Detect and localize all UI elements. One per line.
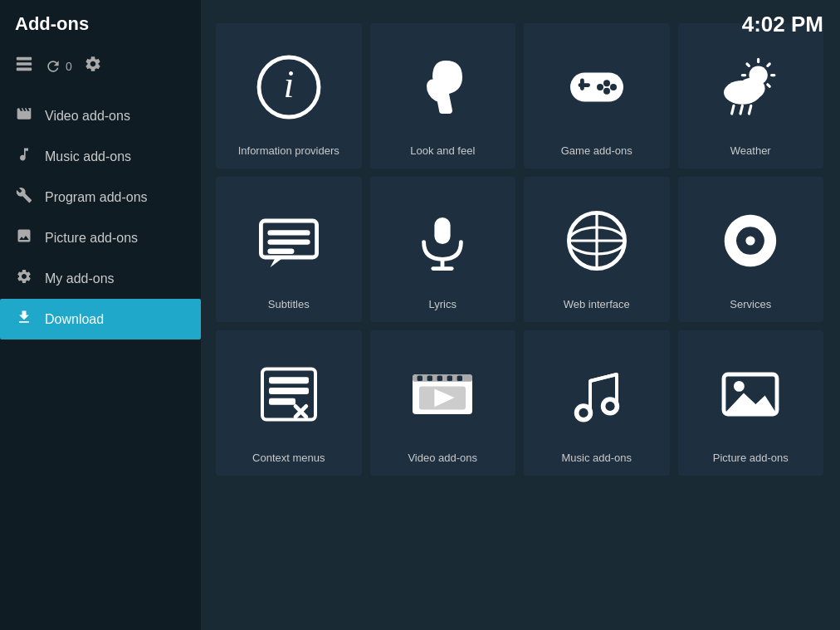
svg-point-60 xyxy=(605,402,614,411)
svg-rect-29 xyxy=(267,249,294,254)
my-addons-icon xyxy=(15,268,33,289)
svg-rect-2 xyxy=(17,68,32,71)
svg-line-18 xyxy=(747,64,749,66)
sidebar-item-my-addons[interactable]: My add-ons xyxy=(0,258,201,299)
grid-item-label-lyrics: Lyrics xyxy=(429,298,457,310)
svg-text:i: i xyxy=(283,63,294,105)
grid-item-services[interactable]: Services xyxy=(678,177,824,322)
video-addons-grid-icon xyxy=(409,345,476,443)
svg-line-25 xyxy=(750,105,751,114)
svg-rect-52 xyxy=(447,376,452,381)
settings-icon[interactable] xyxy=(84,55,102,77)
sidebar-label-my-addons: My add-ons xyxy=(45,271,115,286)
svg-line-24 xyxy=(740,105,742,114)
svg-line-19 xyxy=(768,85,769,86)
svg-rect-0 xyxy=(17,57,32,61)
services-icon xyxy=(717,192,784,290)
subtitles-icon xyxy=(256,192,322,290)
grid-item-web-interface[interactable]: Web interface xyxy=(524,177,670,322)
program-addons-icon xyxy=(15,187,33,208)
grid-item-video-addons[interactable]: Video add-ons xyxy=(370,330,516,476)
svg-rect-50 xyxy=(427,376,432,381)
refresh-count: 0 xyxy=(66,60,72,73)
grid-item-label-music-addons: Music add-ons xyxy=(561,452,632,464)
grid-item-look-and-feel[interactable]: Look and feel xyxy=(370,23,516,168)
refresh-button[interactable]: 0 xyxy=(45,58,72,75)
music-addons-icon xyxy=(15,146,33,167)
sidebar-toolbar: 0 xyxy=(15,48,186,87)
sidebar-nav: Video add-ons Music add-ons Program add-… xyxy=(0,95,201,630)
sidebar-label-picture-addons: Picture add-ons xyxy=(45,231,138,246)
picture-addons-icon xyxy=(15,227,33,248)
svg-point-39 xyxy=(746,236,755,245)
sidebar-label-music-addons: Music add-ons xyxy=(45,149,131,164)
svg-point-10 xyxy=(610,84,617,90)
game-addons-icon xyxy=(564,38,630,136)
video-addons-icon xyxy=(15,105,33,126)
grid-item-weather[interactable]: Weather xyxy=(678,23,824,168)
svg-line-23 xyxy=(732,105,734,114)
grid-item-label-picture-addons: Picture add-ons xyxy=(713,452,789,464)
sidebar-label-program-addons: Program add-ons xyxy=(45,190,148,205)
svg-point-11 xyxy=(603,88,610,95)
context-menus-icon xyxy=(256,345,322,443)
grid-item-information-providers[interactable]: i Information providers xyxy=(216,23,362,168)
sidebar-header: Add-ons 0 xyxy=(0,0,201,95)
grid-item-subtitles[interactable]: Subtitles xyxy=(216,177,362,322)
grid-item-picture-addons[interactable]: Picture add-ons xyxy=(678,330,824,476)
sidebar-item-program-addons[interactable]: Program add-ons xyxy=(0,177,201,217)
sidebar-item-picture-addons[interactable]: Picture add-ons xyxy=(0,217,201,258)
lyrics-icon xyxy=(409,192,476,290)
svg-line-56 xyxy=(590,374,617,381)
svg-point-62 xyxy=(734,381,745,392)
information-providers-icon: i xyxy=(256,38,322,136)
grid-item-label-services: Services xyxy=(730,298,771,310)
sidebar: Add-ons 0 xyxy=(0,0,201,630)
page-title: Add-ons xyxy=(15,13,186,35)
svg-rect-1 xyxy=(17,62,32,66)
svg-rect-8 xyxy=(580,79,584,90)
sidebar-label-video-addons: Video add-ons xyxy=(45,109,130,124)
web-interface-icon xyxy=(564,192,630,290)
look-and-feel-icon xyxy=(409,38,476,136)
svg-marker-63 xyxy=(724,393,777,414)
grid-item-label-game-addons: Game add-ons xyxy=(561,144,632,157)
grid-item-label-look-and-feel: Look and feel xyxy=(410,144,475,157)
sidebar-item-download[interactable]: Download xyxy=(0,299,201,339)
svg-rect-43 xyxy=(269,398,295,405)
download-icon xyxy=(15,309,33,330)
sidebar-item-video-addons[interactable]: Video add-ons xyxy=(0,95,201,136)
picture-addons-grid-icon xyxy=(717,345,784,443)
svg-rect-53 xyxy=(457,376,462,381)
grid-item-label-weather: Weather xyxy=(730,144,771,157)
svg-rect-49 xyxy=(418,376,422,381)
sidebar-label-download: Download xyxy=(45,312,104,327)
svg-point-59 xyxy=(579,408,588,418)
svg-point-22 xyxy=(739,78,765,100)
grid-item-game-addons[interactable]: Game add-ons xyxy=(524,23,670,168)
grid-item-label-subtitles: Subtitles xyxy=(268,298,310,310)
stack-icon[interactable] xyxy=(15,55,33,77)
grid-item-label-web-interface: Web interface xyxy=(564,298,630,310)
music-addons-grid-icon xyxy=(564,345,630,443)
sidebar-item-music-addons[interactable]: Music add-ons xyxy=(0,136,201,177)
time-display: 4:02 PM xyxy=(742,12,823,37)
svg-rect-42 xyxy=(269,388,309,394)
grid-item-lyrics[interactable]: Lyrics xyxy=(370,177,516,322)
weather-icon xyxy=(717,38,784,136)
grid-item-context-menus[interactable]: Context menus xyxy=(216,330,362,476)
grid-item-label-information-providers: Information providers xyxy=(238,144,339,157)
svg-rect-27 xyxy=(267,230,310,235)
svg-rect-31 xyxy=(435,217,451,244)
svg-rect-51 xyxy=(437,376,442,381)
grid-item-music-addons[interactable]: Music add-ons xyxy=(524,330,670,476)
svg-point-9 xyxy=(603,80,610,86)
svg-rect-28 xyxy=(267,239,310,244)
addon-grid: i Information providers Look and feel xyxy=(216,23,823,476)
svg-rect-41 xyxy=(269,377,309,383)
grid-item-label-context-menus: Context menus xyxy=(252,452,325,464)
svg-line-20 xyxy=(768,64,769,66)
grid-item-label-video-addons: Video add-ons xyxy=(408,452,477,464)
svg-point-12 xyxy=(597,84,603,90)
main-content: 4:02 PM i Information providers Look and… xyxy=(201,0,840,630)
